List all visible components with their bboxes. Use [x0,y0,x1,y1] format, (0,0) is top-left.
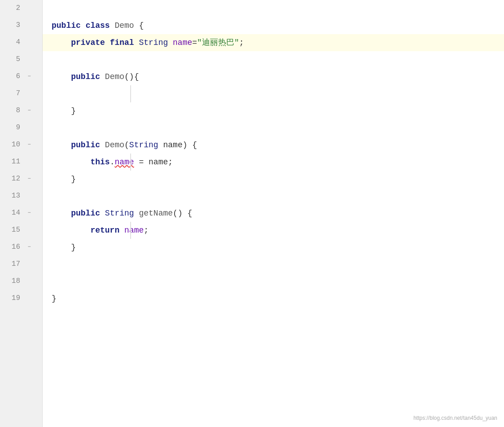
line-number: 12 [0,173,25,185]
fold-icon[interactable]: − [25,72,34,81]
token: Demo [105,70,124,84]
token: name [149,156,168,169]
token: final [110,36,139,49]
token: ; [239,36,244,49]
line-number: 6 [0,71,25,83]
token: name [163,139,182,152]
token: public [52,19,86,32]
token: = [134,156,149,169]
gutter-row: 9 [0,119,42,136]
fold-icon[interactable]: − [25,209,34,218]
fold-spacer [25,38,34,47]
token: public [52,70,105,84]
code-line: } [43,171,504,188]
fold-spacer [25,260,34,269]
token: = [192,36,197,49]
token: } [52,173,76,186]
line-number: 19 [0,293,25,304]
line-number: 3 [0,20,25,31]
code-line [43,256,504,273]
watermark: https://blog.csdn.net/tan45du_yuan [413,414,497,423]
token: String [129,139,163,152]
code-line: } [43,239,504,256]
fold-icon[interactable]: − [25,175,34,184]
code-line: } [43,102,504,119]
line-number: 2 [0,3,25,14]
token: name [114,156,134,169]
gutter-row: 19 [0,290,42,307]
line-number: 11 [0,156,25,168]
gutter-row: 17 [0,256,42,273]
token: (){ [124,70,139,84]
gutter-row: 18 [0,273,42,290]
fold-spacer [25,226,34,235]
fold-spacer [25,89,34,98]
token: Demo [105,139,124,152]
gutter-row: 10− [0,136,42,154]
token: ; [168,156,173,169]
line-number: 5 [0,54,25,66]
line-number: 15 [0,225,25,236]
gutter-row: 6− [0,68,42,85]
token: } [52,105,76,118]
token: class [86,19,115,32]
code-line [43,85,504,102]
line-number: 10 [0,139,25,151]
fold-spacer [25,123,34,132]
token: ( [124,139,129,152]
fold-spacer [25,277,34,286]
gutter-row: 13 [0,188,42,205]
token: public [52,139,105,152]
gutter-row: 14− [0,205,42,222]
gutter-row: 2 [0,0,42,17]
gutter-row: 4 [0,34,42,51]
line-number: 17 [0,259,25,270]
fold-spacer [25,21,34,30]
line-number: 4 [0,37,25,48]
code-line: return name; [43,222,504,239]
gutter-row: 11 [0,154,42,171]
token: this [52,156,110,169]
token: name [173,36,192,49]
line-number: 18 [0,276,25,287]
token: public [52,207,105,220]
token: } [52,292,57,305]
indent-guide [130,222,131,239]
token: private [52,36,110,49]
fold-spacer [25,158,34,167]
token: String [139,36,173,49]
token: String [105,207,139,220]
fold-spacer [25,294,34,303]
gutter-row: 3 [0,17,42,34]
code-line [43,273,504,290]
code-line [43,0,504,17]
gutter-row: 8− [0,102,42,119]
fold-icon[interactable]: − [25,106,34,115]
fold-icon[interactable]: − [25,141,34,150]
code-line: private final String name="迪丽热巴"; [43,34,504,51]
token: name [124,224,144,237]
line-number: 16 [0,242,25,253]
fold-spacer [25,192,34,201]
fold-icon[interactable]: − [25,243,34,252]
gutter-row: 15 [0,222,42,239]
code-line: public class Demo { [43,17,504,34]
token: ) { [183,139,197,152]
token: "迪丽热巴" [197,36,239,49]
fold-spacer [25,4,34,13]
line-number: 14 [0,207,25,219]
code-line [43,188,504,205]
code-line: this.name = name; [43,154,504,171]
line-gutter: 23456−78−910−1112−1314−1516−171819 [0,0,43,427]
line-number: 7 [0,88,25,100]
code-line [43,119,504,136]
gutter-row: 16− [0,239,42,256]
line-number: 8 [0,105,25,117]
code-area: public class Demo { private final String… [43,0,504,427]
token: return [52,224,124,237]
code-line: public String getName() { [43,205,504,222]
token: ; [144,224,149,237]
fold-spacer [25,55,34,64]
code-line: public Demo(String name) { [43,136,504,154]
gutter-row: 12− [0,171,42,188]
